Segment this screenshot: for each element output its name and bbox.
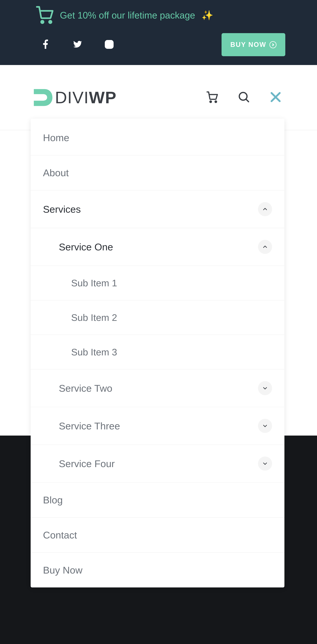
menu-item-label: Sub Item 2 <box>71 312 117 323</box>
arrow-right-circle-icon <box>270 41 277 48</box>
close-icon[interactable] <box>270 91 282 104</box>
svg-point-3 <box>107 43 111 46</box>
menu-item-label: Contact <box>43 529 77 541</box>
menu-item-sub-2[interactable]: Sub Item 2 <box>31 300 285 335</box>
facebook-icon[interactable] <box>40 39 51 50</box>
menu-item-label: Service Four <box>59 458 115 470</box>
cart-icon[interactable] <box>206 91 218 104</box>
svg-point-4 <box>111 42 112 42</box>
buy-now-button[interactable]: BUY NOW <box>222 33 285 56</box>
svg-point-1 <box>49 21 52 23</box>
svg-point-6 <box>215 101 217 102</box>
buy-now-label: BUY NOW <box>230 41 266 48</box>
menu-item-about[interactable]: About <box>31 156 285 190</box>
menu-item-label: Service One <box>59 241 113 253</box>
chevron-down-icon[interactable] <box>258 381 272 395</box>
menu-item-label: Home <box>43 132 69 144</box>
menu-item-label: Service Two <box>59 382 112 394</box>
menu-item-home[interactable]: Home <box>31 120 285 156</box>
header-actions <box>206 91 282 104</box>
menu-item-services[interactable]: Services <box>31 190 285 228</box>
logo[interactable]: DIVIWP <box>30 86 117 108</box>
instagram-icon[interactable] <box>104 39 114 50</box>
subsubmenu-service-one: Sub Item 1 Sub Item 2 Sub Item 3 <box>31 266 285 370</box>
mobile-menu: Home About Services Service One Sub Item… <box>31 118 285 588</box>
chevron-down-icon[interactable] <box>258 456 272 470</box>
menu-item-service-one[interactable]: Service One <box>31 228 285 266</box>
promo-text[interactable]: Get 10% off our lifetime package <box>60 10 195 20</box>
menu-item-service-four[interactable]: Service Four <box>31 445 285 482</box>
logo-text-2: WP <box>89 88 117 107</box>
logo-mark-icon <box>30 86 55 108</box>
menu-item-sub-3[interactable]: Sub Item 3 <box>31 335 285 370</box>
social-links <box>40 39 114 50</box>
menu-item-service-three[interactable]: Service Three <box>31 407 285 445</box>
svg-point-5 <box>210 101 212 102</box>
topbar-row-2: BUY NOW <box>35 33 285 62</box>
twitter-icon[interactable] <box>72 39 83 50</box>
chevron-down-icon[interactable] <box>258 419 272 433</box>
menu-item-label: Services <box>43 204 81 215</box>
svg-point-0 <box>41 21 44 23</box>
menu-item-blog[interactable]: Blog <box>31 482 285 518</box>
logo-text: DIVIWP <box>55 88 117 107</box>
chevron-up-icon[interactable] <box>258 240 272 254</box>
search-icon[interactable] <box>238 91 250 104</box>
page-body: Home About Services Service One Sub Item… <box>0 130 317 644</box>
menu-item-label: Blog <box>43 494 63 506</box>
cart-icon <box>35 5 54 25</box>
menu-item-contact[interactable]: Contact <box>31 518 285 553</box>
logo-text-1: DIVI <box>55 88 89 107</box>
submenu-services: Service One Sub Item 1 Sub Item 2 Sub It… <box>31 228 285 482</box>
svg-line-8 <box>246 99 249 102</box>
menu-item-buy-now[interactable]: Buy Now <box>31 553 285 588</box>
menu-item-label: Buy Now <box>43 564 82 576</box>
topbar: Get 10% off our lifetime package ✨ BUY N… <box>0 0 317 65</box>
topbar-promo: Get 10% off our lifetime package ✨ <box>35 5 285 25</box>
menu-item-label: About <box>43 167 69 178</box>
menu-item-sub-1[interactable]: Sub Item 1 <box>31 266 285 300</box>
menu-item-service-two[interactable]: Service Two <box>31 370 285 407</box>
menu-item-label: Sub Item 1 <box>71 278 117 288</box>
sparkle-icon: ✨ <box>202 10 213 21</box>
chevron-up-icon[interactable] <box>258 202 272 216</box>
menu-item-label: Sub Item 3 <box>71 346 117 358</box>
menu-item-label: Service Three <box>59 420 120 432</box>
